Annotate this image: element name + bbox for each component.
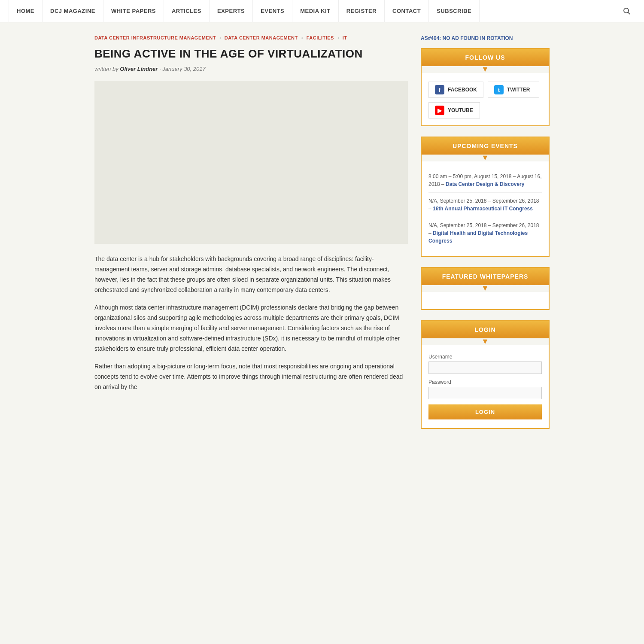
nav-item-register[interactable]: REGISTER (339, 0, 385, 22)
search-button[interactable] (618, 3, 635, 20)
breadcrumb-item[interactable]: DATA CENTER MANAGEMENT (225, 35, 298, 40)
breadcrumb-separator: ◦ (337, 35, 339, 40)
nav-item-experts[interactable]: EXPERTS (210, 0, 253, 22)
event-item: 8:00 am – 5:00 pm, August 15, 2018 – Aug… (428, 168, 542, 193)
login-title: LOGIN (428, 326, 542, 333)
event-link[interactable]: Data Center Design & Discovery (446, 181, 524, 187)
article-date: January 30, 2017 (162, 66, 205, 72)
article-paragraph: Although most data center infrastructure… (94, 303, 408, 354)
social-buttons: fFACEBOOKtTWITTER▶YOUTUBE (428, 82, 542, 118)
nav-items: HOMEDCJ MAGAZINEWHITE PAPERSARTICLESEXPE… (9, 0, 618, 22)
article-meta: written by Oliver Lindner · January 30, … (94, 66, 408, 72)
facebook-label: FACEBOOK (448, 87, 477, 93)
follow-us-title: FOLLOW US (428, 54, 542, 61)
meta-separator: · (159, 66, 161, 72)
written-by-label: written by (94, 66, 118, 72)
twitter-label: TWITTER (507, 87, 530, 93)
password-input[interactable] (428, 387, 542, 399)
article-paragraph: Rather than adopting a big-picture or lo… (94, 361, 408, 392)
article-title: BEING ACTIVE IN THE AGE OF VIRTUALIZATIO… (94, 47, 408, 61)
login-arrow: ▼ (422, 337, 549, 345)
upcoming-events-header: UPCOMING EVENTS (422, 137, 549, 155)
event-item: N/A, September 25, 2018 – September 26, … (428, 193, 542, 217)
nav-item-events[interactable]: EVENTS (253, 0, 292, 22)
login-button[interactable]: LOGIN (428, 404, 542, 419)
svg-point-0 (624, 8, 629, 13)
featured-whitepapers-arrow: ▼ (422, 284, 549, 292)
article-image (94, 81, 408, 244)
ad-notice: AS#404: NO AD FOUND IN ROTATION (421, 35, 550, 41)
event-link[interactable]: 16th Annual Pharmaceutical IT Congress (433, 206, 533, 212)
follow-us-arrow: ▼ (422, 65, 549, 73)
upcoming-events-section: UPCOMING EVENTS ▼ 8:00 am – 5:00 pm, Aug… (421, 137, 550, 257)
breadcrumb-item[interactable]: DATA CENTER INFRASTRUCTURE MANAGEMENT (94, 35, 216, 40)
featured-whitepapers-body (422, 292, 549, 309)
facebook-icon: f (435, 85, 444, 94)
login-form: Username Password LOGIN (428, 352, 542, 421)
event-item: N/A, September 25, 2018 – September 26, … (428, 217, 542, 249)
password-label: Password (428, 379, 542, 385)
featured-whitepapers-title: FEATURED WHITEPAPERS (428, 273, 542, 280)
page-wrapper: DATA CENTER INFRASTRUCTURE MANAGEMENT◦DA… (86, 22, 558, 452)
follow-us-header: FOLLOW US (422, 49, 549, 66)
breadcrumb: DATA CENTER INFRASTRUCTURE MANAGEMENT◦DA… (94, 35, 408, 40)
nav-item-subscribe[interactable]: SUBSCRIBE (429, 0, 480, 22)
nav-item-articles[interactable]: ARTICLES (164, 0, 210, 22)
upcoming-events-body: 8:00 am – 5:00 pm, August 15, 2018 – Aug… (422, 161, 549, 256)
nav-item-contact[interactable]: CONTACT (385, 0, 429, 22)
social-btn-facebook[interactable]: fFACEBOOK (428, 82, 483, 98)
featured-whitepapers-header: FEATURED WHITEPAPERS (422, 268, 549, 285)
breadcrumb-separator: ◦ (219, 35, 221, 40)
social-btn-youtube[interactable]: ▶YOUTUBE (428, 102, 480, 118)
article-paragraph: The data center is a hub for stakeholder… (94, 254, 408, 295)
twitter-icon: t (494, 85, 504, 94)
article-body: The data center is a hub for stakeholder… (94, 254, 408, 392)
nav-item-white-papers[interactable]: WHITE PAPERS (103, 0, 164, 22)
login-section: LOGIN ▼ Username Password LOGIN (421, 320, 550, 429)
event-link[interactable]: Digital Health and Digital Technologies … (428, 230, 528, 244)
login-body: Username Password LOGIN (422, 345, 549, 428)
search-icon (623, 7, 631, 15)
nav-item-media-kit[interactable]: MEDIA KIT (292, 0, 338, 22)
nav-item-home[interactable]: HOME (9, 0, 43, 22)
article-author: Oliver Lindner (120, 66, 158, 72)
username-input[interactable] (428, 361, 542, 374)
svg-line-1 (628, 12, 630, 14)
main-nav: HOMEDCJ MAGAZINEWHITE PAPERSARTICLESEXPE… (0, 0, 644, 22)
nav-item-dcj-magazine[interactable]: DCJ MAGAZINE (43, 0, 103, 22)
follow-us-section: FOLLOW US ▼ fFACEBOOKtTWITTER▶YOUTUBE (421, 48, 550, 126)
login-header: LOGIN (422, 321, 549, 338)
breadcrumb-item[interactable]: IT (343, 35, 347, 40)
main-content: DATA CENTER INFRASTRUCTURE MANAGEMENT◦DA… (94, 35, 408, 439)
upcoming-events-arrow: ▼ (422, 154, 549, 161)
social-btn-twitter[interactable]: tTWITTER (488, 82, 539, 98)
username-label: Username (428, 354, 542, 360)
youtube-label: YOUTUBE (448, 107, 473, 113)
breadcrumb-separator: ◦ (301, 35, 303, 40)
youtube-icon: ▶ (435, 106, 444, 115)
featured-whitepapers-section: FEATURED WHITEPAPERS ▼ (421, 267, 550, 310)
sidebar: AS#404: NO AD FOUND IN ROTATION FOLLOW U… (421, 35, 550, 439)
upcoming-events-title: UPCOMING EVENTS (428, 143, 542, 149)
breadcrumb-item[interactable]: FACILITIES (307, 35, 334, 40)
follow-us-body: fFACEBOOKtTWITTER▶YOUTUBE (422, 73, 549, 125)
